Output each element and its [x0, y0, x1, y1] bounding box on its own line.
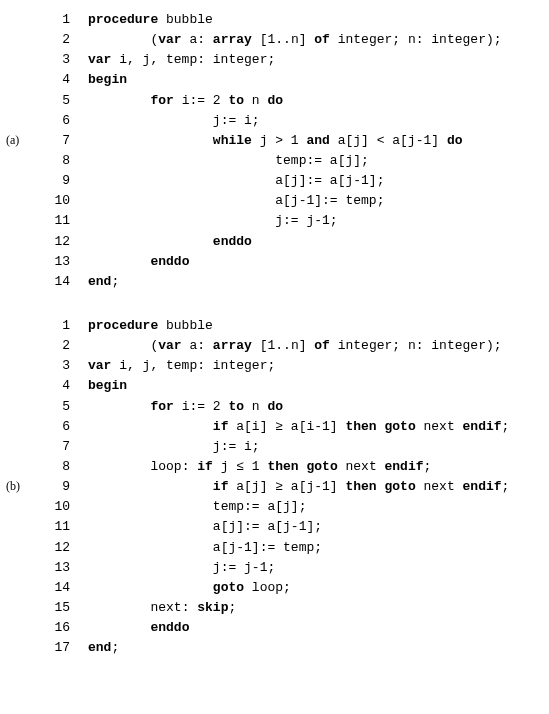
keyword-token: array [213, 32, 252, 47]
line-number: 3 [38, 50, 88, 70]
code-line: 3var i, j, temp: integer; [6, 356, 549, 376]
code-token: temp:= a[j]; [275, 153, 369, 168]
keyword-token: of [314, 338, 330, 353]
keyword-token: begin [88, 72, 127, 87]
listing-label: (a) [6, 131, 38, 150]
code-content: begin [88, 376, 549, 396]
line-number: 12 [38, 232, 88, 252]
code-line: 13 enddo [6, 252, 549, 272]
keyword-token: endif [463, 479, 502, 494]
code-token: ; [502, 419, 510, 434]
code-line: 17end; [6, 638, 549, 658]
code-token: loop: [150, 459, 197, 474]
indent [88, 459, 150, 474]
line-number: 9 [38, 171, 88, 191]
line-number: 8 [38, 457, 88, 477]
code-content: goto loop; [88, 578, 549, 598]
code-content: enddo [88, 232, 549, 252]
indent [88, 399, 150, 414]
code-content: (var a: array [1..n] of integer; n: inte… [88, 336, 549, 356]
line-number: 9 [38, 477, 88, 497]
keyword-token: do [447, 133, 463, 148]
keyword-token: skip [197, 600, 228, 615]
code-token: a[i] ≥ a[i-1] [228, 419, 345, 434]
indent [88, 93, 150, 108]
code-content: if a[i] ≥ a[i-1] then goto next endif; [88, 417, 549, 437]
indent [88, 338, 150, 353]
code-token: a[j] < a[j-1] [330, 133, 447, 148]
code-content: var i, j, temp: integer; [88, 356, 549, 376]
code-content: (var a: array [1..n] of integer; n: inte… [88, 30, 549, 50]
keyword-token: enddo [150, 620, 189, 635]
keyword-token: and [306, 133, 329, 148]
keyword-token: end [88, 274, 111, 289]
keyword-token: do [267, 93, 283, 108]
keyword-token: goto [385, 479, 416, 494]
code-content: while j > 1 and a[j] < a[j-1] do [88, 131, 549, 151]
code-content: procedure bubble [88, 316, 549, 336]
code-content: temp:= a[j]; [88, 151, 549, 171]
keyword-token: goto [213, 580, 244, 595]
code-content: end; [88, 638, 549, 658]
code-line: 9 a[j]:= a[j-1]; [6, 171, 549, 191]
code-content: j:= j-1; [88, 211, 549, 231]
listing-label: (b) [6, 477, 38, 496]
keyword-token: of [314, 32, 330, 47]
indent [88, 213, 275, 228]
indent [88, 479, 213, 494]
indent [88, 173, 275, 188]
line-number: 14 [38, 578, 88, 598]
keyword-token: array [213, 338, 252, 353]
code-token: j > 1 [252, 133, 307, 148]
indent [88, 32, 150, 47]
code-token: ; [228, 600, 236, 615]
code-line: 4begin [6, 70, 549, 90]
code-token: n [244, 93, 267, 108]
keyword-token: var [88, 358, 111, 373]
keyword-token: while [213, 133, 252, 148]
line-number: 2 [38, 336, 88, 356]
code-content: enddo [88, 618, 549, 638]
code-line: 1procedure bubble [6, 316, 549, 336]
code-listing-b: 1procedure bubble2 (var a: array [1..n] … [6, 316, 549, 658]
line-number: 10 [38, 497, 88, 517]
line-number: 13 [38, 252, 88, 272]
line-number: 5 [38, 397, 88, 417]
keyword-token: procedure [88, 12, 158, 27]
keyword-token: endif [385, 459, 424, 474]
code-content: loop: if j ≤ 1 then goto next endif; [88, 457, 549, 477]
indent [88, 153, 275, 168]
code-token: a[j]:= a[j-1]; [275, 173, 384, 188]
indent [88, 113, 213, 128]
code-content: for i:= 2 to n do [88, 91, 549, 111]
code-line: 14end; [6, 272, 549, 292]
line-number: 6 [38, 417, 88, 437]
code-token: next [416, 479, 463, 494]
line-number: 11 [38, 211, 88, 231]
code-content: a[j]:= a[j-1]; [88, 171, 549, 191]
keyword-token: if [197, 459, 213, 474]
code-token: a: [182, 32, 213, 47]
keyword-token: end [88, 640, 111, 655]
keyword-token: for [150, 93, 173, 108]
code-line: 10 temp:= a[j]; [6, 497, 549, 517]
code-content: if a[j] ≥ a[j-1] then goto next endif; [88, 477, 549, 497]
line-number: 7 [38, 131, 88, 151]
code-line: 3var i, j, temp: integer; [6, 50, 549, 70]
code-line: 2 (var a: array [1..n] of integer; n: in… [6, 336, 549, 356]
code-line: 10 a[j-1]:= temp; [6, 191, 549, 211]
code-token: ; [111, 274, 119, 289]
code-token: i:= 2 [174, 399, 229, 414]
indent [88, 419, 213, 434]
keyword-token: then [345, 479, 376, 494]
code-token: j:= j-1; [213, 560, 275, 575]
indent [88, 600, 150, 615]
code-token: next: [150, 600, 197, 615]
indent [88, 540, 213, 555]
line-number: 16 [38, 618, 88, 638]
code-token: a[j-1]:= temp; [213, 540, 322, 555]
keyword-token: enddo [213, 234, 252, 249]
keyword-token: var [158, 32, 181, 47]
code-token [377, 479, 385, 494]
code-listing-a: 1procedure bubble2 (var a: array [1..n] … [6, 10, 549, 292]
